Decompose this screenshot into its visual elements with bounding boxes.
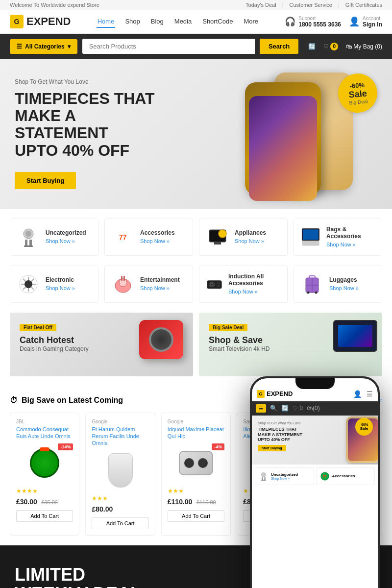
top-bar: Welcome To Worldwide expend Store Today'… [0,0,392,10]
search-button[interactable]: Search [260,39,298,54]
product-img-2 [92,451,148,490]
electronic-info: Electronic Shop Now » [46,276,75,292]
header-right: 🎧 Support 1800 5555 3636 👤 Account Sign … [285,16,382,28]
svg-text:77: 77 [322,475,326,478]
logo-text: EXPEND [26,15,71,28]
account-block[interactable]: 👤 Account Sign In [349,16,382,28]
bag-label: My Bag (0) [353,43,382,50]
account-label: Account [363,16,382,21]
product-img-3: -4% [168,443,224,483]
nav-media[interactable]: Media [173,16,193,28]
account-signin[interactable]: Sign In [363,21,382,28]
bags-info: Bags & Accessories Shop Now » [326,226,376,248]
dropdown-icon: ▾ [68,43,71,50]
support-label: Support [298,16,341,21]
phone-inner: G EXPEND 👤 ☰ ☰ 🔍 🔄 ♡ 0 🛍(0) [252,378,378,588]
phone-search-icon: 🔍 [270,405,277,412]
phone-front [245,82,321,195]
category-induction[interactable]: Induction All Accessories Shop Now » [199,266,288,303]
phone-categories: Uncategorized Shop Now » 77 Accessories [252,465,378,488]
appliances-info: Appliances Shop Now » [235,229,266,245]
luggages-name: Luggages [329,276,359,283]
phone-hero-btn[interactable]: Start Buying [258,445,286,451]
product-card-3[interactable]: Google Idquod Maxime Placeat Qui Hic -4%… [161,413,231,536]
price-current-3: £110.00 [168,498,193,506]
nav-shop[interactable]: Shop [124,16,141,28]
phone-cat1-name: Uncategorized [271,472,298,477]
add-to-cart-2[interactable]: Add To Cart [92,517,148,529]
svg-rect-3 [29,240,32,246]
wishlist-icon-btn[interactable]: ♡ 0 [323,43,338,50]
phone-cat1-link[interactable]: Shop Now » [271,477,298,480]
promo-gaming-tag: Flat Deal Off [20,324,56,331]
electronic-link[interactable]: Shop Now » [46,285,75,291]
svg-rect-14 [302,241,319,246]
category-electronic[interactable]: Electronic Shop Now » [10,266,98,303]
accessories-link[interactable]: Shop Now » [140,238,170,244]
price-old-3: £115.00 [196,499,216,505]
add-to-cart-1[interactable]: Add To Cart [16,510,73,522]
luggages-link[interactable]: Shop Now » [329,285,359,291]
hero-cta-button[interactable]: Start Buying [15,172,76,189]
bag-icon-btn[interactable]: 🛍 My Bag (0) [346,43,382,50]
svg-rect-40 [261,480,266,480]
phone-account-icon: 👤 [353,390,362,398]
phone-mockup: G EXPEND 👤 ☰ ☰ 🔍 🔄 ♡ 0 🛍(0) [250,376,380,588]
promo-tv[interactable]: Big Sale Deal Shop & Save Smart Televisi… [199,313,382,376]
induction-link[interactable]: Shop Now » [228,289,258,294]
category-accessories[interactable]: 77 Accessories Shop Now » [104,219,193,256]
support-block: 🎧 Support 1800 5555 3636 [285,16,341,28]
accessories-info: Accessories Shop Now » [140,229,175,245]
product-badge-1: -14% [58,443,73,450]
categories-button[interactable]: ☰ All Categories ▾ [10,39,77,54]
category-bags[interactable]: Bags & Accessories Shop Now » [294,219,382,256]
category-uncategorized[interactable]: Uncategorized Shop Now » [10,219,98,256]
svg-rect-24 [217,282,220,284]
entertainment-name: Entertainment [140,276,180,283]
svg-point-10 [219,230,226,238]
category-luggages[interactable]: Luggages Shop Now » [294,266,382,303]
nav-more[interactable]: More [243,16,259,28]
nav-home[interactable]: Home [97,16,116,28]
customer-service-link[interactable]: Customer Service [290,2,340,8]
search-input[interactable] [82,39,255,54]
induction-img [205,272,223,296]
category-appliances[interactable]: Appliances Shop Now » [199,219,288,256]
svg-rect-38 [262,477,263,480]
refresh-icon-btn[interactable]: 🔄 [308,43,316,50]
entertainment-link[interactable]: Shop Now » [140,285,170,291]
product-card-2[interactable]: Google Et Harum Quidem Rerum Facilis Und… [85,413,155,536]
phone-heart-icon: ♡ 0 [293,405,303,412]
todays-deal-link[interactable]: Today's Deal [245,2,284,8]
logo[interactable]: G EXPEND [10,15,71,28]
category-entertainment[interactable]: Entertainment Shop Now » [104,266,193,303]
search-bar: ☰ All Categories ▾ Search 🔄 ♡ 0 🛍 My Bag… [0,34,392,59]
product-card-1[interactable]: JBL Commodo Consequat Euis Aute Unde Omn… [10,413,79,536]
svg-point-1 [25,231,31,237]
product-brand-2: Google [92,419,148,424]
categories-row2: Electronic Shop Now » Entertainment Shop… [0,266,392,313]
add-to-cart-3[interactable]: Add To Cart [168,510,224,522]
appliances-link[interactable]: Shop Now » [235,238,264,244]
uncategorized-info: Uncategorized Shop Now » [46,229,86,245]
product-name-3: Idquod Maxime Placeat Qui Hic [168,426,224,440]
hero-image [245,64,353,209]
bags-link[interactable]: Shop Now » [326,242,356,247]
categories-row1: Uncategorized Shop Now » 77 Accessories … [0,209,392,266]
nav-shortcode[interactable]: ShortCode [201,16,234,28]
nav-blog[interactable]: Blog [150,16,165,28]
logo-icon: G [10,15,24,28]
svg-rect-20 [123,276,125,281]
luggages-img [300,272,324,296]
tv-visual [333,320,377,352]
uncategorized-link[interactable]: Shop Now » [46,238,75,244]
gift-certificates-link[interactable]: Gift Certificates [345,2,382,8]
product-stars-1: ★★★★ [16,488,73,494]
svg-rect-13 [303,229,318,240]
product-name-1: Commodo Consequat Euis Aute Unde Omnis [16,426,73,440]
promo-gaming[interactable]: Flat Deal Off Catch Hotest Deals in Gami… [10,313,193,376]
phone-mockup-container: G EXPEND 👤 ☰ ☰ 🔍 🔄 ♡ 0 🛍(0) [250,376,392,588]
phone-cat-2: 77 Accessories [316,467,375,485]
phone-image [245,73,353,200]
phone-cat-1: Uncategorized Shop Now » [255,467,314,485]
